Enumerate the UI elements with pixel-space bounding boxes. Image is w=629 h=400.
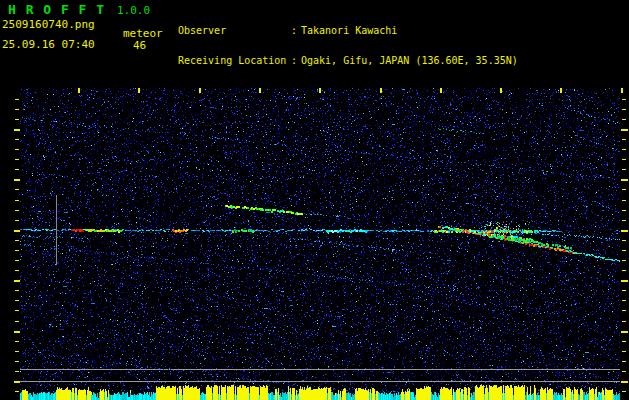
output-filename: 2509160740.png bbox=[2, 18, 95, 31]
datetime-label: 25.09.16 07:40 bbox=[2, 38, 95, 51]
info-separator: : bbox=[291, 26, 301, 36]
hrofft-window: { "header": { "app_name": "H R O F F T",… bbox=[0, 0, 629, 400]
info-value: Ogaki, Gifu, JAPAN (136.60E, 35.35N) bbox=[301, 56, 518, 66]
info-label: Receiving Location bbox=[178, 56, 291, 66]
meteor-count: 46 bbox=[133, 39, 146, 52]
info-separator: : bbox=[291, 56, 301, 66]
info-value: Takanori Kawachi bbox=[301, 26, 397, 36]
app-title: H R O F F T bbox=[8, 2, 105, 17]
info-row-observer: Observer:Takanori Kawachi bbox=[178, 26, 518, 36]
info-row-location: Receiving Location:Ogaki, Gifu, JAPAN (1… bbox=[178, 56, 518, 66]
app-version: 1.0.0 bbox=[117, 4, 150, 17]
spectrogram-canvas bbox=[0, 75, 629, 400]
info-label: Observer bbox=[178, 26, 291, 36]
